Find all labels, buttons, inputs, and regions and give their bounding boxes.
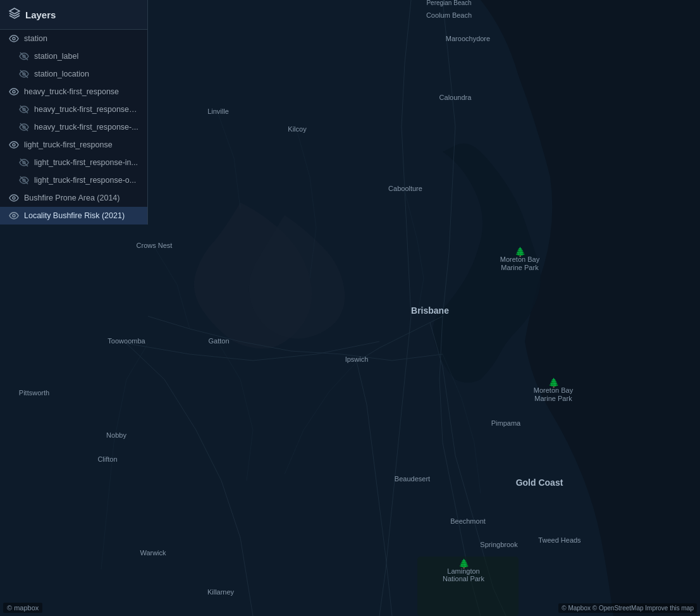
eye-slash-icon[interactable] — [19, 122, 29, 132]
svg-text:Marine Park: Marine Park — [501, 264, 539, 271]
eye-slash-icon[interactable] — [19, 175, 29, 185]
svg-text:Tweed Heads: Tweed Heads — [538, 536, 581, 544]
svg-point-44 — [13, 144, 15, 146]
svg-text:Brisbane: Brisbane — [411, 305, 449, 316]
svg-text:Ipswich: Ipswich — [345, 355, 369, 363]
layer-item-light_truck_first_response[interactable]: light_truck-first_response — [0, 136, 147, 154]
svg-text:Warwick: Warwick — [140, 549, 166, 557]
svg-text:Killarney: Killarney — [207, 588, 235, 596]
svg-text:Coolum Beach: Coolum Beach — [426, 11, 472, 19]
svg-point-34 — [13, 37, 15, 40]
svg-point-50 — [13, 214, 15, 217]
layer-label: light_truck-first_response-o... — [34, 176, 136, 185]
layers-icon — [9, 8, 20, 22]
svg-text:Crows Nest: Crows Nest — [137, 242, 173, 249]
layer-item-heavy_truck_first_response[interactable]: heavy_truck-first_response — [0, 83, 147, 101]
svg-text:Marine Park: Marine Park — [534, 395, 572, 402]
svg-text:Caboolture: Caboolture — [388, 185, 422, 192]
svg-text:Caloundra: Caloundra — [439, 94, 472, 101]
svg-text:Beechmont: Beechmont — [450, 517, 486, 525]
layers-list: station station_label station_location h… — [0, 30, 147, 225]
layer-label: station_label — [34, 52, 78, 61]
eye-slash-icon[interactable] — [19, 104, 29, 114]
layer-label: light_truck-first_response-in... — [34, 158, 138, 167]
layer-item-bushfire_prone_area[interactable]: Bushfire Prone Area (2014) — [0, 189, 147, 207]
layer-item-locality_bushfire_risk[interactable]: Locality Bushfire Risk (2021) — [0, 207, 147, 225]
layer-label: heavy_truck-first_response-i... — [34, 105, 138, 114]
svg-text:Beaudesert: Beaudesert — [395, 475, 430, 483]
svg-text:Toowoomba: Toowoomba — [107, 337, 145, 345]
svg-point-39 — [13, 90, 15, 93]
svg-text:Pimpama: Pimpama — [491, 419, 521, 427]
attribution-osm[interactable]: © OpenStreetMap — [593, 605, 644, 612]
eye-slash-icon[interactable] — [19, 157, 29, 168]
map-attribution[interactable]: © Mapbox © OpenStreetMap Improve this ma… — [558, 603, 697, 613]
svg-text:Peregian Beach: Peregian Beach — [426, 0, 471, 6]
layer-label: Locality Bushfire Risk (2021) — [24, 211, 125, 220]
svg-text:National Park: National Park — [443, 575, 485, 582]
layer-label: station_location — [34, 70, 89, 78]
layer-label: station — [24, 34, 47, 43]
svg-text:Gatton: Gatton — [208, 337, 229, 345]
layer-label: heavy_truck-first_response-... — [34, 123, 138, 132]
eye-open-icon[interactable] — [9, 211, 19, 221]
layer-item-light_truck_first_response_o[interactable]: light_truck-first_response-o... — [0, 171, 147, 189]
svg-text:Kilcoy: Kilcoy — [288, 125, 307, 133]
attribution-improve[interactable]: Improve this map — [645, 605, 694, 612]
layer-label: light_truck-first_response — [24, 140, 113, 149]
svg-point-49 — [13, 197, 15, 199]
layer-label: heavy_truck-first_response — [24, 87, 119, 96]
sidebar-title: Layers — [25, 9, 56, 20]
svg-text:Springbrook: Springbrook — [480, 541, 518, 548]
svg-text:🌲: 🌲 — [458, 558, 470, 569]
svg-text:Nobby: Nobby — [106, 431, 126, 439]
attribution-mapbox[interactable]: © Mapbox — [562, 605, 591, 612]
svg-text:Maroochydore: Maroochydore — [446, 35, 490, 42]
layer-item-station_label[interactable]: station_label — [0, 47, 147, 65]
svg-text:Gold Coast: Gold Coast — [516, 477, 563, 488]
sidebar-header: Layers — [0, 0, 147, 30]
sidebar: Layers station station_label station_loc… — [0, 0, 148, 225]
svg-text:Linville: Linville — [207, 108, 229, 115]
svg-text:Clifton: Clifton — [97, 455, 117, 463]
svg-text:Pittsworth: Pittsworth — [19, 389, 49, 397]
eye-slash-icon[interactable] — [19, 51, 29, 61]
eye-open-icon[interactable] — [9, 34, 19, 44]
eye-open-icon[interactable] — [9, 87, 19, 97]
layer-item-heavy_truck_first_response_o[interactable]: heavy_truck-first_response-... — [0, 118, 147, 136]
svg-text:🌲: 🌲 — [515, 247, 526, 257]
layer-item-station[interactable]: station — [0, 30, 147, 47]
eye-open-icon[interactable] — [9, 193, 19, 203]
layer-label: Bushfire Prone Area (2014) — [24, 194, 120, 202]
layer-item-station_location[interactable]: station_location — [0, 65, 147, 83]
layer-item-heavy_truck_first_response_i[interactable]: heavy_truck-first_response-i... — [0, 101, 147, 118]
eye-slash-icon[interactable] — [19, 69, 29, 79]
svg-text:🌲: 🌲 — [548, 378, 560, 388]
layer-item-light_truck_first_response_in[interactable]: light_truck-first_response-in... — [0, 154, 147, 171]
eye-open-icon[interactable] — [9, 140, 19, 150]
mapbox-logo: © mapbox — [3, 603, 42, 613]
